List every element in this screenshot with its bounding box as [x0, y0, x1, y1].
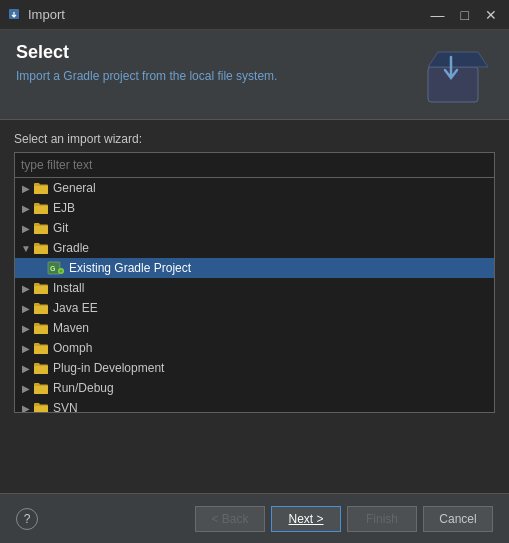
gradle-file-icon: G	[47, 261, 65, 275]
tree-item[interactable]: ▶ Java EE	[15, 298, 494, 318]
expand-arrow: ▶	[19, 403, 33, 414]
expand-arrow: ▶	[19, 383, 33, 394]
expand-arrow: ▶	[19, 203, 33, 214]
item-label: SVN	[53, 401, 78, 413]
svg-rect-1	[428, 67, 478, 102]
expand-arrow: ▶	[19, 183, 33, 194]
back-button[interactable]: < Back	[195, 506, 265, 532]
content-label: Select an import wizard:	[14, 132, 495, 146]
expand-arrow: ▶	[19, 363, 33, 374]
title-buttons: — □ ✕	[427, 6, 501, 24]
expand-arrow: ▼	[19, 243, 33, 254]
folder-icon	[33, 321, 49, 335]
folder-icon	[33, 361, 49, 375]
item-label: Plug-in Development	[53, 361, 164, 375]
tree-item-selected[interactable]: G Existing Gradle Project	[15, 258, 494, 278]
import-icon	[8, 8, 22, 22]
tree-item[interactable]: ▶ Run/Debug	[15, 378, 494, 398]
tree-item[interactable]: ▶ EJB	[15, 198, 494, 218]
tree-item[interactable]: ▶ Install	[15, 278, 494, 298]
tree-item[interactable]: ▶ Plug-in Development	[15, 358, 494, 378]
filter-input[interactable]	[14, 152, 495, 178]
item-label: Gradle	[53, 241, 89, 255]
header-icon	[423, 42, 493, 110]
minimize-button[interactable]: —	[427, 6, 449, 24]
next-button[interactable]: Next >	[271, 506, 341, 532]
item-label: Java EE	[53, 301, 98, 315]
cancel-button[interactable]: Cancel	[423, 506, 493, 532]
svg-point-5	[60, 270, 63, 273]
title-text: Import	[28, 7, 65, 22]
item-label: Run/Debug	[53, 381, 114, 395]
item-label: EJB	[53, 201, 75, 215]
folder-icon	[33, 281, 49, 295]
item-label: Install	[53, 281, 84, 295]
help-button[interactable]: ?	[16, 508, 38, 530]
svg-text:G: G	[50, 265, 56, 272]
footer: ? < Back Next > Finish Cancel	[0, 493, 509, 543]
folder-icon	[33, 341, 49, 355]
tree-container[interactable]: ▶ General ▶ EJB ▶ Git ▼	[14, 178, 495, 413]
tree-item[interactable]: ▶ SVN	[15, 398, 494, 413]
tree-item[interactable]: ▶ General	[15, 178, 494, 198]
expand-arrow: ▶	[19, 343, 33, 354]
content-area: Select an import wizard: ▶ General ▶ EJB…	[0, 120, 509, 425]
header-title: Select	[16, 42, 493, 63]
maximize-button[interactable]: □	[457, 6, 473, 24]
folder-icon	[33, 221, 49, 235]
close-button[interactable]: ✕	[481, 6, 501, 24]
item-label: Git	[53, 221, 68, 235]
expand-arrow: ▶	[19, 283, 33, 294]
folder-icon	[33, 381, 49, 395]
tree-item[interactable]: ▶ Maven	[15, 318, 494, 338]
finish-button[interactable]: Finish	[347, 506, 417, 532]
expand-arrow: ▶	[19, 303, 33, 314]
item-label: Existing Gradle Project	[69, 261, 191, 275]
tree-item[interactable]: ▼ Gradle	[15, 238, 494, 258]
folder-icon	[33, 241, 49, 255]
folder-icon	[33, 301, 49, 315]
header-section: Select Import a Gradle project from the …	[0, 30, 509, 120]
tree-item[interactable]: ▶ Git	[15, 218, 494, 238]
title-bar: Import — □ ✕	[0, 0, 509, 30]
folder-icon	[33, 201, 49, 215]
item-label: General	[53, 181, 96, 195]
tree-item[interactable]: ▶ Oomph	[15, 338, 494, 358]
item-label: Maven	[53, 321, 89, 335]
folder-icon	[33, 181, 49, 195]
item-label: Oomph	[53, 341, 92, 355]
footer-left: ?	[16, 508, 38, 530]
folder-icon	[33, 401, 49, 413]
expand-arrow: ▶	[19, 223, 33, 234]
header-subtitle: Import a Gradle project from the local f…	[16, 69, 493, 83]
expand-arrow: ▶	[19, 323, 33, 334]
footer-right: < Back Next > Finish Cancel	[195, 506, 493, 532]
